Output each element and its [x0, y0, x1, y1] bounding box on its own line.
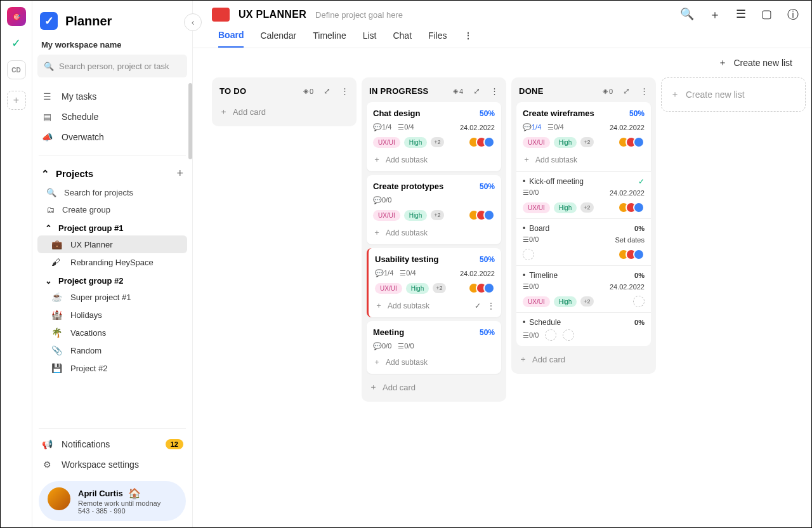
sidebar-scrollbar[interactable] — [188, 83, 192, 159]
tab-board[interactable]: Board — [218, 30, 244, 48]
project-ux-planner[interactable]: 💼UX Planner — [37, 235, 187, 253]
home-icon: 🏠 — [128, 487, 141, 499]
avatar — [48, 487, 70, 510]
plus-icon: ＋ — [219, 106, 228, 117]
collapse-icon[interactable]: ⤢ — [324, 86, 331, 96]
comments-count: 💬1/4 — [373, 123, 391, 131]
tab-more-button[interactable]: ⋮ — [464, 30, 473, 47]
card-usability-testing[interactable]: Usability testing50% 💬1/4☰0/424.02.2022 … — [367, 248, 501, 317]
rail-workspace-badge[interactable]: CD — [7, 60, 26, 79]
tag-placeholder-icon — [545, 329, 556, 341]
clip-icon: 📎 — [51, 345, 63, 355]
assignee-placeholder-icon[interactable] — [633, 296, 645, 307]
card-create-prototypes[interactable]: Create prototypes50% 💬0/0 UX/UIHigh+2 ＋A… — [367, 175, 501, 244]
app-name: Planner — [65, 14, 112, 29]
video-button[interactable]: ▢ — [761, 7, 772, 22]
project-vacations[interactable]: 🌴Vacations — [32, 324, 192, 341]
nav-schedule[interactable]: ▤Schedule — [32, 107, 192, 127]
notification-badge: 12 — [166, 439, 183, 449]
plus-icon: ＋ — [373, 227, 381, 238]
create-group-link[interactable]: 🗂Create group — [32, 201, 192, 218]
rail-check-icon[interactable]: ✓ — [7, 34, 26, 53]
add-subtask-button[interactable]: ＋Add subtask — [373, 227, 495, 238]
palm-icon: 🌴 — [51, 327, 63, 338]
rail-app-icon[interactable]: 🎯 — [7, 7, 26, 26]
project-goal-input[interactable]: Define project goal here — [315, 10, 403, 20]
column-menu-button[interactable]: ⋮ — [341, 86, 349, 96]
search-input[interactable]: 🔍 Search person, project or task — [37, 55, 187, 77]
column-todo: TO DO ◈0 ⤢ ⋮ ＋Add card — [212, 77, 357, 126]
add-subtask-button[interactable]: ＋Add subtask — [373, 154, 495, 165]
subtask-timeline[interactable]: Timeline0% ☰0/024.02.2022 UX/UIHigh+2 — [516, 265, 651, 312]
project-rebranding[interactable]: 🖌Rebranding HeySpace — [32, 253, 192, 271]
megaphone-icon: 📢 — [41, 439, 53, 449]
plus-icon: ＋ — [375, 300, 383, 311]
user-status: Remote work until modnay — [78, 499, 160, 507]
gear-icon: ⚙ — [41, 459, 53, 470]
tab-files[interactable]: Files — [428, 30, 447, 47]
user-phone: 543 - 385 - 990 — [78, 507, 160, 515]
card-meeting[interactable]: Meeting50% 💬0/0☰0/0 ＋Add subtask — [367, 321, 501, 374]
subtask-kickoff[interactable]: Kick-off meeting✓ ☰0/024.02.2022 UX/UIHi… — [516, 171, 651, 218]
add-card-button[interactable]: ＋Add card — [367, 378, 501, 397]
user-card[interactable]: April Curtis🏠 Remote work until modnay 5… — [39, 481, 186, 521]
project-holidays[interactable]: 🏰Holidays — [32, 306, 192, 324]
sidebar-collapse-button[interactable]: ‹ — [184, 13, 202, 31]
nav-my-tasks[interactable]: ☰My tasks — [32, 86, 192, 107]
plus-icon: ＋ — [369, 381, 377, 393]
create-new-list-column[interactable]: ＋ Create new list — [661, 77, 806, 112]
folder-icon: 🗂 — [46, 205, 55, 214]
add-button[interactable]: ＋ — [709, 7, 721, 22]
check-icon[interactable]: ✓ — [475, 301, 481, 310]
card-wireframes[interactable]: Create wireframes50% 💬1/4☰0/424.02.2022 … — [516, 102, 651, 171]
workspace-name: My workspace name — [32, 34, 192, 55]
checklist-count: ☰0/4 — [398, 123, 414, 131]
plus-icon: ＋ — [519, 353, 527, 365]
collapse-icon[interactable]: ⤢ — [623, 86, 630, 96]
project-super[interactable]: ☕Super project #1 — [32, 288, 192, 306]
user-name: April Curtis — [78, 489, 123, 498]
column-count: ◈0 — [603, 87, 613, 95]
view-tabs: Board Calendar Timeline List Chat Files … — [193, 22, 811, 48]
column-menu-button[interactable]: ⋮ — [640, 86, 648, 96]
tab-list[interactable]: List — [363, 30, 377, 47]
subtask-board[interactable]: Board0% ☰0/0Set dates — [516, 218, 651, 265]
column-menu-button[interactable]: ⋮ — [490, 86, 499, 96]
app-rail: 🎯 ✓ CD + — [1, 1, 32, 527]
plus-icon: ＋ — [718, 57, 727, 69]
castle-icon: 🏰 — [51, 310, 63, 320]
column-title: IN PROGRESS — [369, 86, 429, 96]
nav-overwatch[interactable]: 📣Overwatch — [32, 127, 192, 147]
search-button[interactable]: 🔍 — [680, 7, 694, 22]
tab-timeline[interactable]: Timeline — [313, 30, 346, 47]
search-projects-link[interactable]: 🔍Search for projects — [32, 184, 192, 201]
project-random[interactable]: 📎Random — [32, 341, 192, 359]
project-group-2[interactable]: ⌄Project group #2 — [32, 271, 192, 288]
schedule-icon: ▤ — [41, 112, 53, 122]
add-subtask-button[interactable]: ＋Add subtask — [373, 357, 495, 367]
chevron-up-icon[interactable]: ⌃ — [41, 168, 49, 180]
tab-calendar[interactable]: Calendar — [260, 30, 296, 47]
tab-chat[interactable]: Chat — [393, 30, 412, 47]
add-card-button[interactable]: ＋Add card — [516, 350, 651, 369]
column-done: DONE ◈0 ⤢ ⋮ Create wireframes50% 💬1/4☰0/… — [511, 77, 656, 374]
collapse-icon[interactable]: ⤢ — [473, 86, 480, 96]
project-2[interactable]: 💾Project #2 — [32, 359, 192, 377]
create-list-button[interactable]: ＋Create new list — [718, 57, 792, 69]
project-group-1[interactable]: ⌃Project group #1 — [32, 218, 192, 235]
nav-notifications[interactable]: 📢 Notifications 12 — [32, 434, 192, 454]
nav-settings[interactable]: ⚙Workspace settings — [32, 454, 192, 475]
brush-icon: 🖌 — [51, 257, 63, 267]
overwatch-icon: 📣 — [41, 132, 53, 142]
add-project-button[interactable]: + — [176, 167, 183, 180]
info-button[interactable]: ⓘ — [787, 7, 799, 22]
rail-add-button[interactable]: + — [7, 91, 26, 110]
filter-button[interactable]: ☰ — [736, 7, 746, 22]
add-subtask-button[interactable]: ＋Add subtask — [523, 154, 645, 165]
card-menu-button[interactable]: ⋮ — [487, 301, 495, 310]
add-subtask-button[interactable]: ＋Add subtask✓⋮ — [375, 300, 495, 311]
subtask-schedule[interactable]: Schedule0% ☰0/0 — [516, 312, 651, 346]
add-card-button[interactable]: ＋Add card — [217, 102, 351, 121]
card-chat-design[interactable]: Chat design50% 💬1/4☰0/424.02.2022 UX/UIH… — [367, 102, 501, 171]
tasks-icon: ☰ — [41, 91, 53, 102]
